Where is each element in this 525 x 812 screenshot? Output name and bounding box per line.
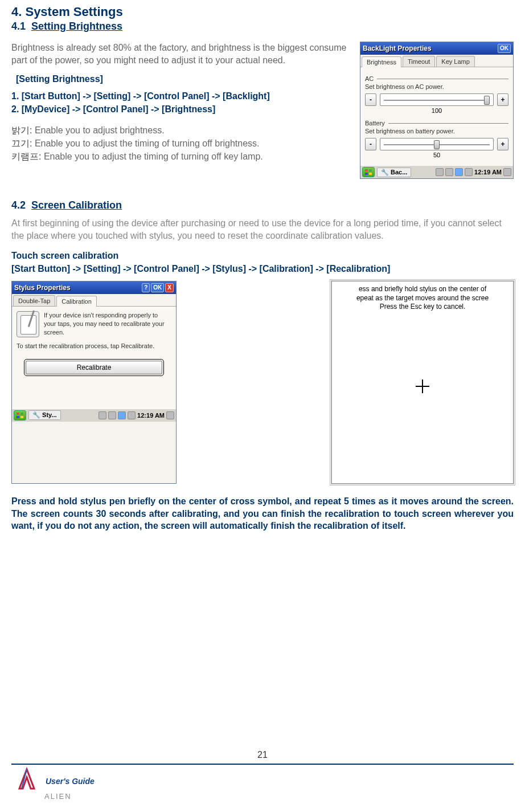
- intro-42: At first beginning of using the device a…: [11, 217, 514, 242]
- ok-button[interactable]: OK: [498, 44, 511, 53]
- taskbar-clock: 12:19 AM: [137, 412, 165, 419]
- tray-icon[interactable]: [99, 411, 106, 419]
- calib-line2: epeat as the target moves around the scr…: [335, 294, 510, 303]
- def-keylamp-label: 키램프:: [11, 152, 41, 161]
- ac-slider[interactable]: [380, 93, 494, 106]
- recalibrate-button[interactable]: Recalibrate: [26, 361, 162, 374]
- ac-value: 100: [365, 107, 508, 114]
- page-footer: 21 User's Guide ALIEN: [11, 750, 514, 801]
- start-button-icon[interactable]: [14, 410, 26, 421]
- crosshair-icon[interactable]: [416, 380, 429, 393]
- bat-value: 50: [365, 152, 508, 158]
- stylus-dialog: Stylus Properties ? OK X Double-Tap Cali…: [11, 281, 177, 484]
- heading-4-2: 4.2 Screen Calibration: [11, 199, 514, 211]
- subhead-setting-brightness: [Setting Brightness]: [16, 74, 351, 84]
- ok-button[interactable]: OK: [151, 283, 164, 292]
- ac-plus-button[interactable]: +: [497, 93, 508, 106]
- ac-group-label: AC: [365, 75, 374, 82]
- def-off-text: Enable you to adjust the timing of turni…: [32, 138, 259, 148]
- touch-screen-calibration-label: Touch screen calibration: [11, 250, 514, 262]
- press-note: Press and hold stylus pen briefly on the…: [11, 495, 514, 532]
- tab-keylamp[interactable]: Key Lamp: [436, 56, 475, 67]
- section-title: Setting Brightness: [31, 21, 122, 32]
- taskbar-app[interactable]: 🔧 Bac...: [377, 168, 411, 177]
- def-off-label: 끄기:: [11, 138, 32, 148]
- tray-icon[interactable]: [503, 168, 511, 176]
- calibration-screen[interactable]: ess and briefly hold stylus on the cente…: [331, 281, 514, 484]
- bat-minus-button[interactable]: -: [365, 138, 376, 150]
- ac-hint: Set brightness on AC power.: [365, 83, 508, 90]
- help-button[interactable]: ?: [142, 283, 150, 292]
- battery-group-label: Battery: [365, 120, 385, 127]
- taskbar-clock: 12:19 AM: [474, 169, 502, 176]
- taskbar-app[interactable]: 🔧 Sty...: [28, 410, 61, 420]
- stylus-msg2: To start the recalibration process, tap …: [12, 342, 176, 355]
- tab-double-tap[interactable]: Double-Tap: [13, 295, 55, 306]
- tray-icon[interactable]: [128, 411, 136, 419]
- tab-calibration[interactable]: Calibration: [56, 296, 97, 307]
- nav-step-1: 1. [Start Button] -> [Setting] -> [Contr…: [11, 90, 351, 103]
- calib-line1: ess and briefly hold stylus on the cente…: [335, 285, 510, 294]
- intro-41: Brightness is already set 80% at the fac…: [11, 42, 351, 66]
- stylus-icon: [17, 311, 39, 337]
- bat-slider[interactable]: [380, 138, 494, 150]
- calibration-path: [Start Button] -> [Setting] -> [Control …: [11, 263, 514, 275]
- close-button[interactable]: X: [165, 283, 174, 292]
- bat-plus-button[interactable]: +: [497, 138, 508, 150]
- section-title: Screen Calibration: [31, 199, 122, 211]
- tray-icon[interactable]: [166, 411, 174, 419]
- tray-icon[interactable]: [436, 168, 444, 176]
- backlight-dialog: BackLight Properties OK Brightness Timeo…: [360, 42, 514, 179]
- section-num: 4.1: [11, 21, 26, 32]
- tray-icon[interactable]: [118, 411, 126, 419]
- start-button-icon[interactable]: [362, 167, 375, 177]
- page-number: 21: [11, 750, 514, 760]
- heading-4: 4. System Settings: [11, 5, 514, 19]
- def-brightness-label: 밝기:: [11, 125, 32, 135]
- nav-step-2: 2. [MyDevice] -> [Control Panel] -> [Bri…: [11, 103, 351, 116]
- tab-brightness[interactable]: Brightness: [362, 56, 401, 67]
- def-keylamp-text: Enable you to adjust the timing of turni…: [41, 152, 262, 161]
- def-brightness-text: Enable you to adjust brightness.: [32, 125, 164, 135]
- users-guide-label: User's Guide: [46, 777, 95, 786]
- tray-icon[interactable]: [455, 168, 463, 176]
- tray-icon[interactable]: [465, 168, 473, 176]
- tab-timeout[interactable]: Timeout: [403, 56, 435, 67]
- section-num: 4.2: [11, 199, 26, 211]
- tray-icon[interactable]: [445, 168, 453, 176]
- brand-logo-icon: [11, 766, 42, 797]
- battery-hint: Set brightness on battery power.: [365, 128, 508, 134]
- tray-icon[interactable]: [108, 411, 116, 419]
- heading-4-1: 4.1 Setting Brightness: [11, 21, 514, 32]
- backlight-title: BackLight Properties: [363, 44, 432, 52]
- calib-line3: Press the Esc key to cancel.: [335, 303, 510, 312]
- stylus-msg1: If your device isn't responding properly…: [44, 311, 171, 337]
- ac-minus-button[interactable]: -: [365, 93, 376, 106]
- brand-name: ALIEN: [44, 792, 514, 801]
- stylus-title: Stylus Properties: [14, 284, 71, 292]
